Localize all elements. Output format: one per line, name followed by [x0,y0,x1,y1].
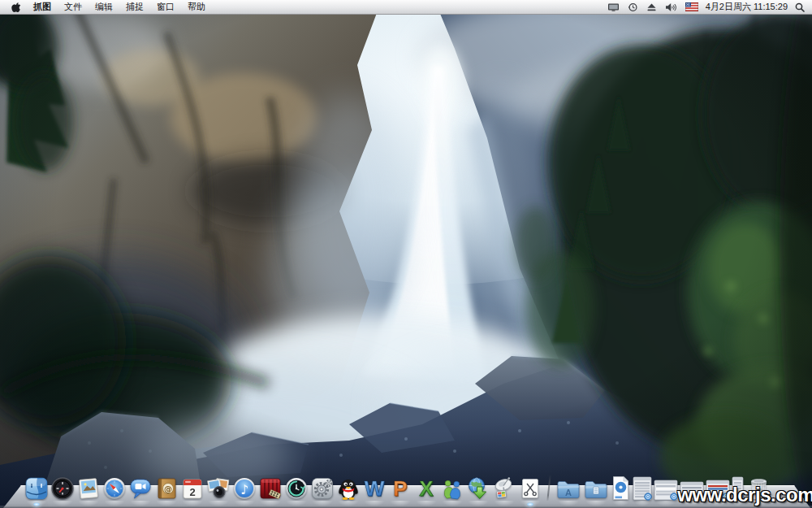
dock-item-safari[interactable] [102,476,127,501]
dock-separator [546,475,551,501]
menu-item-0[interactable]: 抓图 [27,0,58,14]
svg-text:W: W [365,476,385,501]
vignette [0,0,812,508]
wallpaper-scene [0,0,812,508]
menu-bar: 抓图文件编辑捕捉窗口帮助 4月2日周六 11:15:29 [0,0,812,15]
dock-item-powerpoint[interactable]: PP [388,476,412,501]
dock-item-remote-desktop[interactable] [492,476,516,501]
svg-text:2: 2 [189,486,195,498]
svg-text:A: A [565,488,572,497]
svg-text:@: @ [164,484,172,493]
svg-text:X: X [419,476,434,501]
apple-menu[interactable] [6,2,27,13]
dock-item-minimized-window-1[interactable] [633,476,652,501]
menu-clock[interactable]: 4月2日周六 11:15:29 [706,1,788,13]
running-indicator [527,502,534,506]
dock-item-photo-booth[interactable] [206,476,231,501]
dock-item-address-book[interactable]: @ [154,476,179,501]
dock-item-folder-documents[interactable] [583,476,609,501]
dock-item-excel[interactable]: XX [414,476,438,501]
time-machine-menu-icon[interactable] [628,2,638,12]
menu-bar-status-area: 4月2日周六 11:15:29 [607,1,812,13]
dock-item-iphoto[interactable] [76,476,101,501]
dock-item-minimized-window-2[interactable] [654,480,678,501]
running-indicator [33,502,41,506]
dock-item-itunes[interactable]: ♪ [232,476,257,501]
dock-items: @2♪WWPPXXA [24,475,772,501]
site-watermark: www.dcrjs.com [677,484,812,506]
wallpaper-yosemite-falls [0,0,812,508]
dock-item-grab[interactable] [518,476,542,501]
dock-item-qq[interactable] [336,476,361,501]
svg-text:P: P [393,476,407,501]
dock-item-movie-theater[interactable] [258,476,283,501]
dock-item-word[interactable]: WW [362,476,387,501]
dock-item-msn-messenger[interactable] [440,476,464,501]
menu-item-1[interactable]: 文件 [58,0,89,14]
dock-item-ichat[interactable] [128,476,153,501]
volume-icon[interactable] [665,2,677,12]
menu-item-4[interactable]: 窗口 [150,0,181,14]
dock-item-system-preferences[interactable] [310,476,335,501]
status-icons [607,2,698,12]
svg-text:♪: ♪ [240,482,248,497]
dock-item-thunder-download[interactable] [466,476,490,501]
menu-item-3[interactable]: 捕捉 [119,0,150,14]
spotlight-search-icon[interactable] [795,2,805,12]
display-icon[interactable] [607,2,620,12]
dock-item-time-machine[interactable] [284,476,309,501]
dock-item-minimized-document[interactable] [611,475,631,501]
us-flag-icon[interactable] [685,2,698,11]
dock-item-dashboard[interactable] [50,476,75,501]
dock-item-ical[interactable]: 2 [180,476,205,501]
menu-bar-left: 抓图文件编辑捕捉窗口帮助 [0,0,212,14]
menu-item-2[interactable]: 编辑 [89,0,119,14]
eject-icon[interactable] [646,2,657,12]
menu-item-5[interactable]: 帮助 [181,0,212,14]
dock-item-folder-applications[interactable]: A [555,476,581,501]
dock-item-finder[interactable] [24,476,49,501]
